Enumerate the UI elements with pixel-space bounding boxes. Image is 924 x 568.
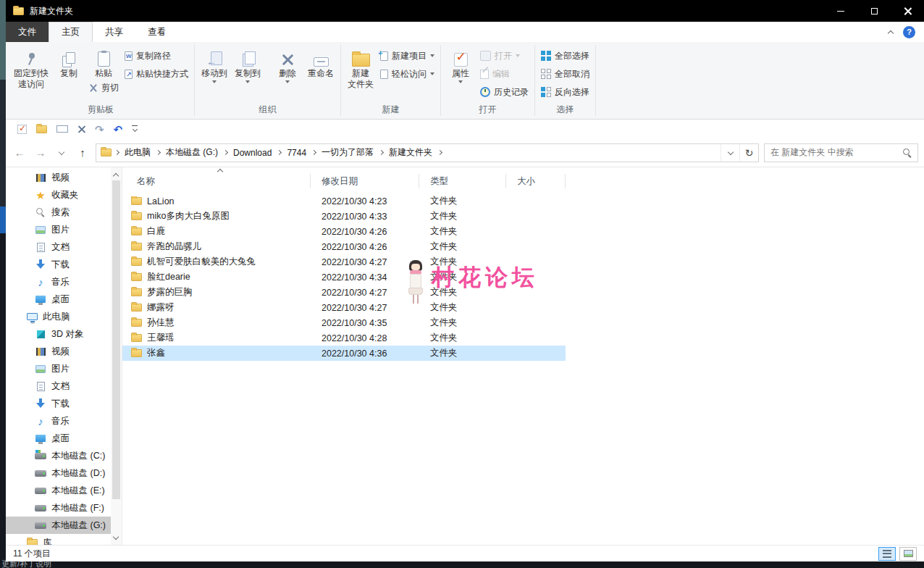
history-button[interactable]: 历史记录 [478,85,531,99]
tab-home[interactable]: 主页 [49,22,93,42]
computer-icon [26,311,38,322]
sidebar-item-drive-g[interactable]: 本地磁盘 (G:) [6,517,122,534]
qat-rename-icon[interactable] [56,125,68,133]
file-row[interactable]: miko多肉大白兔原图2022/10/30 4:33文件夹 [122,209,566,224]
file-row[interactable]: 奔跑的晶骡儿2022/10/30 4:26文件夹 [122,239,566,254]
select-none-button[interactable]: 全部取消 [539,67,592,81]
sidebar-item-documents[interactable]: 文档 [6,377,122,395]
sidebar-item-libraries[interactable]: 库 [6,534,122,545]
sidebar-item-downloads[interactable]: 下载 [6,395,122,412]
maximize-button[interactable] [857,0,891,22]
properties-button[interactable]: 属性 [445,45,476,85]
sidebar-item-documents-qa[interactable]: 文档 [6,238,122,256]
file-row-selected[interactable]: 张鑫2022/10/30 4:36文件夹 [122,346,566,361]
folder-icon [131,319,142,327]
quick-access-toolbar: ↷ ↶ [6,120,924,138]
invert-selection-button[interactable]: 反向选择 [539,85,592,99]
breadcrumb-for-the-horde[interactable]: 一切为了部落 [319,146,376,159]
file-row[interactable]: 梦露的巨胸2022/10/30 4:27文件夹 [122,285,566,300]
sidebar-item-music-qa[interactable]: ♪音乐 [6,273,122,291]
pin-to-quick-access-button[interactable]: 固定到快 速访问 [11,45,51,91]
search-box[interactable]: 在 新建文件夹 中搜索 [764,143,918,162]
delete-button[interactable]: 删除 [272,45,303,85]
scroll-down-icon[interactable] [113,534,119,540]
title-bar[interactable]: 新建文件夹 [6,0,924,22]
dropdown-icon [212,80,217,83]
tab-file[interactable]: 文件 [6,22,49,42]
sidebar-scrollbar[interactable] [111,167,122,545]
new-item-button[interactable]: 新建项目 [378,49,437,63]
file-type: 文件夹 [419,195,506,207]
sidebar-item-drive-f[interactable]: 本地磁盘 (F:) [6,499,122,517]
help-icon[interactable]: ? [903,26,915,38]
sidebar-item-drive-d[interactable]: 本地磁盘 (D:) [6,464,122,482]
crumb-separator [114,150,119,155]
file-row[interactable]: 娜露呀2022/10/30 4:27文件夹 [122,300,566,315]
qat-delete-icon[interactable] [77,125,85,133]
breadcrumb-new-folder[interactable]: 新建文件夹 [387,146,434,159]
paste-button[interactable]: 粘贴 [86,46,121,79]
collapse-ribbon-icon[interactable] [888,30,894,36]
close-button[interactable] [891,0,924,22]
sidebar-item-pictures[interactable]: 图片 [6,360,122,377]
breadcrumb-7744[interactable]: 7744 [285,148,308,158]
copy-path-button[interactable]: 复制路径 [122,49,190,63]
redo-icon[interactable]: ↷ [95,124,104,135]
refresh-button[interactable]: ↻ [739,144,758,162]
breadcrumb-drive-g[interactable]: 本地磁盘 (G:) [164,146,220,159]
qat-new-folder-icon[interactable] [36,125,47,133]
sidebar-item-videos-qa[interactable]: 视频 [6,169,122,186]
sidebar-item-3d-objects[interactable]: 3D 对象 [6,325,122,343]
back-button[interactable]: ← [12,147,28,158]
sidebar-item-favorites[interactable]: ★收藏夹 [6,186,122,204]
customize-toolbar-icon[interactable] [132,125,138,133]
sidebar-item-pictures-qa[interactable]: 图片 [6,221,122,238]
file-row[interactable]: 孙佳慧2022/10/30 4:35文件夹 [122,315,566,330]
paste-shortcut-button[interactable]: 粘贴快捷方式 [122,67,190,81]
scrollbar-thumb[interactable] [112,180,120,499]
tab-share[interactable]: 共享 [93,22,135,42]
easy-access-button[interactable]: 轻松访问 [378,67,437,81]
undo-icon[interactable]: ↶ [114,124,123,135]
column-header-date[interactable]: 修改日期 [311,174,419,188]
thumbnails-view-button[interactable] [899,547,917,561]
move-to-button[interactable]: 移动到 [198,45,230,85]
new-folder-button[interactable]: 新建 文件夹 [345,45,377,91]
sidebar-item-videos[interactable]: 视频 [6,343,122,360]
sidebar-item-desktop[interactable]: 桌面 [6,430,122,447]
sidebar-item-search[interactable]: 搜索 [6,204,122,221]
scroll-up-icon[interactable] [113,173,119,179]
sidebar-item-music[interactable]: ♪音乐 [6,412,122,430]
sidebar-item-this-pc[interactable]: 此电脑 [6,308,122,325]
breadcrumb-download[interactable]: Download [231,148,274,158]
copy-button[interactable]: 复制 [53,45,85,80]
qat-properties-icon[interactable] [17,125,27,134]
minimize-button[interactable] [824,0,857,22]
address-bar[interactable]: 此电脑 本地磁盘 (G:) Download 7744 一切为了部落 新建文件夹… [96,143,759,162]
file-row[interactable]: LaLion2022/10/30 4:23文件夹 [122,193,566,209]
column-header-type[interactable]: 类型 [419,174,506,188]
forward-button[interactable]: → [33,147,49,158]
file-row[interactable]: 脸红dearie2022/10/30 4:34文件夹 [122,270,566,285]
cut-button[interactable]: 剪切 [86,80,121,95]
column-header-size[interactable]: 大小 [506,174,566,188]
address-dropdown-button[interactable] [721,144,739,162]
tab-view[interactable]: 查看 [135,22,178,42]
sidebar-item-drive-c[interactable]: 本地磁盘 (C:) [6,447,122,464]
rename-button[interactable]: 重命名 [305,45,337,80]
sidebar-item-drive-e[interactable]: 本地磁盘 (E:) [6,482,122,499]
sidebar-item-downloads-qa[interactable]: 下载 [6,256,122,273]
up-button[interactable]: ↑ [75,147,91,158]
column-header-name[interactable]: 名称 [122,174,311,188]
select-all-button[interactable]: 全部选择 [539,49,592,63]
copy-to-button[interactable]: 复制到 [232,45,264,85]
file-row[interactable]: 王馨瑶2022/10/30 4:28文件夹 [122,330,566,346]
recent-locations-icon[interactable] [54,150,70,156]
breadcrumb-this-pc[interactable]: 此电脑 [122,146,153,159]
details-view-button[interactable] [878,547,896,561]
desktop-icon [35,293,46,305]
file-rows: LaLion2022/10/30 4:23文件夹 miko多肉大白兔原图2022… [122,193,924,361]
sidebar-item-desktop-qa[interactable]: 桌面 [6,291,122,308]
file-row[interactable]: 机智可爱肤白貌美的大兔兔2022/10/30 4:27文件夹 [122,254,566,270]
file-row[interactable]: 白鹿2022/10/30 4:26文件夹 [122,224,566,239]
